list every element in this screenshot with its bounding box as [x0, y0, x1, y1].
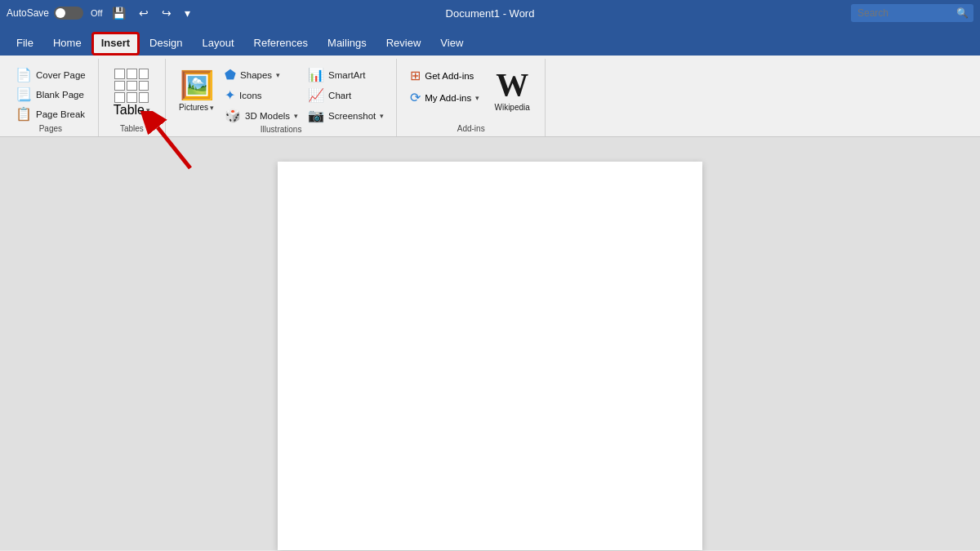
document-title: Document1 - Word — [248, 7, 732, 20]
pictures-icon: 🖼️ — [180, 69, 214, 101]
table-grid-icon — [114, 69, 149, 103]
screenshot-button[interactable]: 📷 Screenshot ▾ — [304, 106, 388, 125]
get-addins-button[interactable]: ⊞ Get Add-ins — [405, 65, 484, 86]
pages-items: 📄 Cover Page 📃 Blank Page 📋 Page Break — [11, 65, 90, 123]
document-page — [278, 162, 702, 550]
smartart-icon: 📊 — [308, 67, 324, 82]
page-break-icon: 📋 — [16, 106, 32, 122]
chart-icon: 📈 — [308, 87, 324, 103]
shapes-caret: ▾ — [276, 71, 280, 79]
illustrations-group-label: Illustrations — [261, 125, 302, 137]
title-bar: AutoSave Off 💾 ↩ ↪ ▾ Document1 - Word 🔍 — [0, 0, 980, 26]
screenshot-label: Screenshot — [328, 111, 376, 121]
autosave-label: AutoSave — [7, 7, 49, 19]
menu-item-home[interactable]: Home — [43, 32, 91, 56]
3d-models-label: 3D Models — [245, 111, 290, 121]
shapes-label: Shapes — [240, 70, 272, 80]
table-label: Table — [114, 103, 145, 118]
ribbon: 📄 Cover Page 📃 Blank Page 📋 Page Break P… — [0, 56, 980, 137]
my-addins-icon: ⟳ — [410, 90, 421, 105]
ribbon-group-addins: ⊞ Get Add-ins ⟳ My Add-ins ▾ W Wikipedia… — [397, 59, 546, 136]
menu-item-file[interactable]: File — [7, 32, 43, 56]
addins-group-label: Add-ins — [457, 124, 485, 136]
smartart-button[interactable]: 📊 SmartArt — [304, 65, 388, 84]
chart-button[interactable]: 📈 Chart — [304, 86, 388, 104]
blank-page-icon: 📃 — [16, 87, 32, 102]
document-area — [0, 137, 980, 550]
menu-item-layout[interactable]: Layout — [193, 32, 244, 56]
shapes-button[interactable]: ⬟ Shapes ▾ — [220, 65, 302, 84]
illustrations-right-buttons: 📊 SmartArt 📈 Chart 📷 Screenshot ▾ — [304, 65, 388, 125]
ribbon-group-illustrations: 🖼️ Pictures ▾ ⬟ Shapes ▾ ✦ Icons � — [166, 59, 397, 136]
redo-icon[interactable]: ↪ — [158, 5, 176, 21]
3d-models-button[interactable]: 🎲 3D Models ▾ — [220, 106, 302, 125]
my-addins-caret: ▾ — [475, 94, 479, 102]
icons-label: Icons — [239, 91, 262, 100]
blank-page-button[interactable]: 📃 Blank Page — [11, 85, 90, 104]
page-break-label: Page Break — [36, 109, 85, 119]
smartart-label: SmartArt — [328, 70, 365, 80]
pictures-button[interactable]: 🖼️ Pictures ▾ — [174, 65, 219, 116]
table-caret: ▾ — [146, 106, 150, 114]
get-addins-label: Get Add-ins — [425, 71, 474, 81]
ribbon-group-pages: 📄 Cover Page 📃 Blank Page 📋 Page Break P… — [3, 59, 99, 136]
cover-page-icon: 📄 — [16, 67, 32, 82]
chart-label: Chart — [328, 91, 351, 100]
get-addins-icon: ⊞ — [410, 68, 421, 83]
screenshot-caret: ▾ — [380, 112, 384, 120]
menu-item-mailings[interactable]: Mailings — [318, 32, 376, 56]
shapes-icon: ⬟ — [225, 67, 236, 82]
table-button[interactable]: Table ▾ — [107, 65, 157, 121]
pictures-label: Pictures — [179, 103, 208, 113]
menu-item-review[interactable]: Review — [376, 32, 431, 56]
illustrations-small-buttons: ⬟ Shapes ▾ ✦ Icons 🎲 3D Models ▾ — [220, 65, 302, 125]
ribbon-group-tables: Table ▾ Tables — [99, 59, 166, 136]
addins-buttons: ⊞ Get Add-ins ⟳ My Add-ins ▾ — [405, 65, 484, 108]
pages-group-label: Pages — [39, 124, 62, 136]
autosave-off-label: Off — [91, 8, 102, 18]
tables-group-label: Tables — [120, 124, 144, 136]
page-break-button[interactable]: 📋 Page Break — [11, 104, 90, 123]
autosave-toggle[interactable] — [54, 7, 83, 20]
icons-button[interactable]: ✦ Icons — [220, 86, 302, 104]
wikipedia-icon: W — [496, 69, 528, 101]
search-wrapper[interactable]: 🔍 — [851, 4, 973, 22]
icons-icon: ✦ — [225, 87, 235, 103]
3d-models-icon: 🎲 — [225, 108, 241, 123]
menu-item-design[interactable]: Design — [140, 32, 192, 56]
menu-item-references[interactable]: References — [244, 32, 318, 56]
my-addins-label: My Add-ins — [425, 93, 471, 103]
menu-item-insert[interactable]: Insert — [91, 32, 140, 56]
3d-models-caret: ▾ — [294, 112, 298, 120]
search-input[interactable] — [851, 4, 973, 22]
undo-icon[interactable]: ↩ — [135, 5, 153, 21]
wikipedia-label: Wikipedia — [494, 103, 529, 113]
my-addins-button[interactable]: ⟳ My Add-ins ▾ — [405, 87, 484, 108]
cover-page-button[interactable]: 📄 Cover Page — [11, 65, 90, 84]
search-icon: 🔍 — [956, 7, 969, 19]
menu-bar: File Home Insert Design Layout Reference… — [0, 26, 980, 56]
menu-item-view[interactable]: View — [430, 32, 473, 56]
customize-qat-icon[interactable]: ▾ — [180, 5, 194, 21]
screenshot-icon: 📷 — [308, 108, 324, 123]
blank-page-label: Blank Page — [36, 90, 84, 100]
save-icon[interactable]: 💾 — [108, 5, 130, 21]
cover-page-label: Cover Page — [36, 70, 86, 80]
wikipedia-button[interactable]: W Wikipedia — [488, 65, 537, 116]
pictures-caret: ▾ — [210, 104, 214, 112]
